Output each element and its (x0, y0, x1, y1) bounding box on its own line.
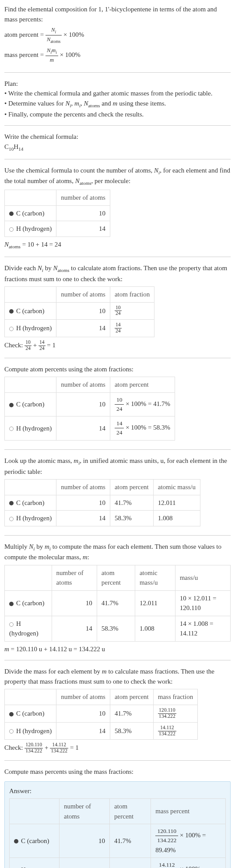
hydrogen-dot-icon (9, 327, 14, 331)
table-header-row: number of atoms atom percent mass fracti… (5, 689, 198, 705)
element-label: C (carbon) (5, 302, 56, 320)
mass-percent-cell: 14.112134.222 × 100% = 10.51% (151, 858, 226, 868)
table-header-row: number of atoms atom percent (5, 377, 175, 393)
atom-percent-table: number of atoms atom percent C (carbon) … (4, 377, 175, 441)
molecular-mass-section: Multiply Ni by mi to compute the mass fo… (4, 542, 231, 661)
atom-fraction-section: Divide each Ni by Natoms to calculate at… (4, 263, 231, 358)
header-atom-fraction: atom fraction (110, 287, 154, 303)
count-atoms-section: Use the chemical formula to count the nu… (4, 166, 231, 257)
table-row: H (hydrogen) 14 58.3% 14.112134.222 (5, 722, 198, 740)
table-row: H (hydrogen) 14 58.3% 1.008 (5, 511, 200, 526)
hydrogen-dot-icon (9, 427, 14, 431)
chemical-formula-section: Write the chemical formula: C10H14 (4, 132, 231, 159)
table-header-row: number of atoms atom percent atomic mass… (5, 565, 231, 590)
mass-percent-label: mass percent = (4, 51, 46, 58)
table-header-row: number of atoms atom percent mass percen… (10, 799, 226, 824)
table-row: H (hydrogen) 14 1424 × 100% = 58.3% (5, 416, 175, 441)
carbon-dot-icon (9, 501, 14, 505)
header-number-of-atoms: number of atoms (56, 377, 110, 393)
mass-fraction-section: Divide the mass for each element by m to… (4, 667, 231, 761)
atom-fraction-text: Divide each Ni by Natoms to calculate at… (4, 263, 231, 284)
mass-percent-formula: mass percent = Nimi m × 100% (4, 46, 231, 64)
table-row: C (carbon) 10 41.7% 120.110134.222 (5, 705, 198, 722)
table-row: C (carbon) 10 1024 (5, 302, 154, 320)
plan-section: Plan: • Write the chemical formula and g… (4, 79, 231, 126)
answer-label: Answer: (9, 786, 226, 796)
table-header-row: number of atoms atom fraction (5, 287, 154, 303)
percent-cell: 1024 × 100% = 41.7% (110, 392, 175, 416)
atom-percent-section: Compute atom percents using the atom fra… (4, 364, 231, 450)
plan-bullet-1: • Write the chemical formula and gather … (4, 88, 231, 99)
times-100-b: × 100% (60, 51, 81, 58)
element-label: H (hydrogen) (5, 320, 56, 337)
table-row: C (carbon) 10 1024 × 100% = 41.7% (5, 392, 175, 416)
element-label: C (carbon) (5, 392, 56, 416)
intro-text: Find the elemental composition for 1, 1'… (4, 4, 231, 24)
plan-bullet-2: • Determine values for Ni, mi, Natoms an… (4, 99, 231, 109)
atom-fraction-table: number of atoms atom fraction C (carbon)… (4, 286, 154, 337)
plan-bullet-3: • Finally, compute the percents and chec… (4, 109, 231, 120)
molecular-mass-table: number of atoms atom percent atomic mass… (4, 565, 231, 642)
count-atoms-table: number of atoms C (carbon) 10 H (hydroge… (4, 190, 110, 237)
table-row: H (hydrogen) 14 (5, 221, 110, 237)
mass-fraction-table: number of atoms atom percent mass fracti… (4, 689, 198, 740)
mass-fraction-check: Check: 120.110134.222 + 14.112134.222 = … (4, 742, 231, 754)
mass-percent-fraction: Nimi m (46, 46, 58, 64)
intro-section: Find the elemental composition for 1, 1'… (4, 4, 231, 73)
atom-percent-formula: atom percent = Ni Natoms × 100% (4, 26, 231, 45)
carbon-dot-icon (9, 403, 14, 407)
element-label: H (hydrogen) (5, 416, 56, 441)
molecular-mass-text: Multiply Ni by mi to compute the mass fo… (4, 542, 231, 562)
atom-percent-text: Compute atom percents using the atom fra… (4, 364, 231, 374)
hydrogen-dot-icon (9, 622, 14, 627)
percent-cell: 1424 × 100% = 58.3% (110, 416, 175, 441)
atomic-mass-text: Look up the atomic mass, mi, in unified … (4, 456, 231, 476)
mass-percent-text: Compute mass percents using the mass fra… (4, 767, 231, 777)
plan-header: Plan: (4, 79, 231, 89)
table-row: C (carbon) 10 41.7% 12.011 (5, 495, 200, 511)
atom-count: 14 (56, 221, 110, 237)
fraction-cell: 1024 (110, 302, 154, 320)
carbon-dot-icon (9, 602, 14, 606)
answer-box: Answer: number of atoms atom percent mas… (4, 781, 231, 868)
table-row: C (carbon) 10 41.7% 120.110134.222 × 100… (10, 824, 226, 858)
header-number-of-atoms: number of atoms (56, 190, 110, 206)
carbon-dot-icon (9, 309, 14, 314)
molecular-mass-equation: m = 120.110 u + 14.112 u = 134.222 u (4, 644, 231, 654)
natoms-equation: Natoms = 10 + 14 = 24 (4, 240, 231, 251)
atom-count: 10 (56, 205, 110, 221)
element-label: C (carbon) (5, 205, 56, 221)
hydrogen-dot-icon (9, 729, 14, 734)
count-atoms-text: Use the chemical formula to count the nu… (4, 166, 231, 187)
fraction-cell: 1424 (110, 320, 154, 337)
atom-percent-fraction: Ni Natoms (46, 26, 62, 45)
mass-percent-cell: 120.110134.222 × 100% = 89.49% (151, 824, 226, 858)
atomic-mass-table: number of atoms atom percent atomic mass… (4, 479, 200, 526)
table-row: H (hydrogen) 14 58.3% 1.008 14 × 1.008 =… (5, 616, 231, 641)
times-100-a: × 100% (63, 31, 84, 38)
carbon-dot-icon (9, 712, 14, 716)
atom-fraction-check: Check: 1024 + 1424 = 1 (4, 340, 231, 352)
header-number-of-atoms: number of atoms (56, 287, 110, 303)
chemical-formula-label: Write the chemical formula: (4, 132, 231, 142)
table-row: H (hydrogen) 14 58.3% 14.112134.222 × 10… (10, 858, 226, 868)
element-label: H (hydrogen) (5, 221, 56, 237)
table-header-row: number of atoms atom percent atomic mass… (5, 480, 200, 495)
carbon-dot-icon (14, 839, 18, 843)
atomic-mass-section: Look up the atomic mass, mi, in unified … (4, 456, 231, 536)
atom-percent-label: atom percent = (4, 31, 46, 38)
mass-percent-section: Compute mass percents using the mass fra… (4, 767, 231, 777)
fraction-cell: 14.112134.222 (153, 722, 197, 740)
header-atom-percent: atom percent (110, 377, 175, 393)
table-header-row: number of atoms (5, 190, 110, 206)
fraction-cell: 120.110134.222 (153, 705, 197, 722)
hydrogen-dot-icon (9, 517, 14, 521)
hydrogen-dot-icon (9, 227, 14, 232)
table-row: C (carbon) 10 41.7% 12.011 10 × 12.011 =… (5, 590, 231, 616)
answer-table: number of atoms atom percent mass percen… (9, 798, 226, 868)
carbon-dot-icon (9, 212, 14, 216)
chemical-formula-value: C10H14 (4, 142, 231, 153)
table-row: C (carbon) 10 (5, 205, 110, 221)
mass-fraction-text: Divide the mass for each element by m to… (4, 667, 231, 686)
table-row: H (hydrogen) 14 1424 (5, 320, 154, 337)
